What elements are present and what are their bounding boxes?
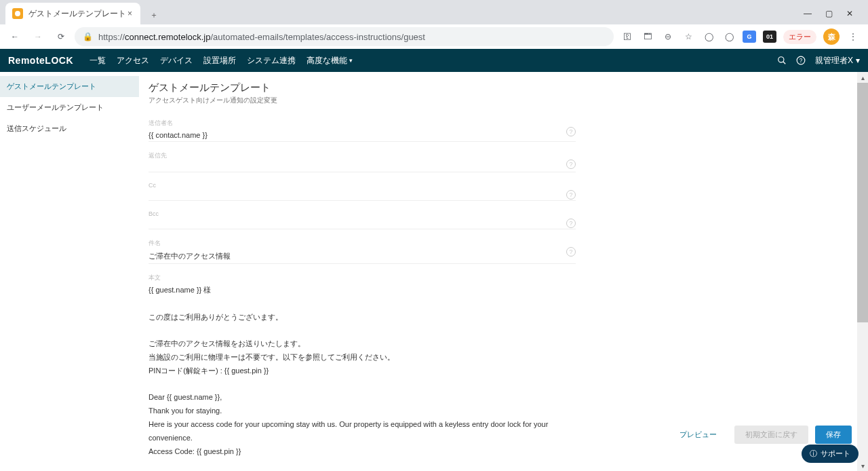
sidebar-item-schedule[interactable]: 送信スケジュール (0, 118, 139, 139)
main-nav: 一覧 アクセス デバイス 設置場所 システム連携 高度な機能▾ (84, 55, 358, 67)
field-replyto-label: 返信先 (149, 151, 576, 160)
chevron-down-icon: ▾ (856, 56, 860, 65)
field-body-input[interactable]: {{ guest.name }} 様 この度はご利用ありがとうございます。 ご滞… (149, 284, 576, 471)
page-subtitle: アクセスゲスト向けメール通知の設定変更 (149, 96, 841, 105)
translate-icon[interactable]: 🗔 (641, 30, 654, 43)
chrome-menu-icon[interactable]: ⋮ (846, 30, 860, 43)
window-close-icon[interactable]: ✕ (846, 9, 853, 18)
window-minimize-icon[interactable]: — (804, 9, 812, 18)
onetab-extension-icon[interactable]: 01 (763, 31, 776, 43)
google-translate-extension-icon[interactable]: G (743, 31, 756, 43)
user-menu[interactable]: 親管理者X▾ (815, 55, 860, 67)
field-replyto: 返信先 ? (149, 151, 576, 172)
new-tab-button[interactable]: ＋ (144, 5, 163, 24)
tab-favicon-icon (12, 8, 23, 19)
field-replyto-input[interactable] (149, 162, 576, 172)
field-from-input[interactable]: {{ contact.name }} (149, 129, 576, 142)
field-subject-input[interactable]: ご滞在中のアクセス情報 (149, 249, 576, 264)
field-bcc: Bcc ? (149, 210, 576, 229)
svg-text:?: ? (800, 58, 803, 64)
page-title: ゲストメールテンプレート (149, 81, 841, 94)
extension-icon-2[interactable]: ◯ (722, 30, 736, 43)
help-icon[interactable]: ? (566, 127, 576, 136)
svg-line-2 (783, 62, 786, 64)
help-icon[interactable]: ? (566, 219, 576, 228)
app-logo[interactable]: RemoteLOCK (8, 55, 73, 66)
back-button[interactable]: ← (5, 27, 24, 46)
nav-overview[interactable]: 一覧 (84, 55, 111, 67)
scrollbar-thumb[interactable] (857, 83, 868, 322)
lock-icon: 🔒 (83, 32, 93, 41)
svg-point-0 (15, 11, 20, 16)
profile-avatar[interactable]: 森 (823, 29, 840, 45)
browser-tab[interactable]: ゲストメールテンプレート × (5, 3, 140, 24)
field-body-label: 本文 (149, 274, 841, 282)
app-header: RemoteLOCK 一覧 アクセス デバイス 設置場所 システム連携 高度な機… (0, 49, 868, 72)
scroll-down-icon[interactable]: ▾ (857, 460, 868, 471)
help-icon[interactable]: ? (566, 159, 576, 169)
help-icon[interactable]: ? (796, 56, 806, 65)
field-bcc-label: Bcc (149, 210, 576, 217)
tab-bar: ゲストメールテンプレート × ＋ — ▢ ✕ (0, 0, 868, 24)
field-bcc-input[interactable] (149, 219, 576, 229)
sidebar-item-guest-template[interactable]: ゲストメールテンプレート (0, 76, 139, 97)
save-button[interactable]: 保存 (815, 426, 852, 444)
url-input[interactable]: 🔒 https://connect.remotelock.jp/automate… (75, 27, 614, 46)
field-cc-input[interactable] (149, 190, 576, 201)
tab-title: ゲストメールテンプレート (28, 8, 126, 20)
window-controls: — ▢ ✕ (794, 9, 863, 18)
field-from: 送信者名 {{ contact.name }} ? (149, 119, 576, 142)
field-subject-label: 件名 (149, 239, 576, 248)
reset-button: 初期文面に戻す (734, 426, 808, 444)
nav-integrations[interactable]: システム連携 (241, 55, 301, 67)
field-cc-label: Cc (149, 182, 576, 189)
sidebar: ゲストメールテンプレート ユーザーメールテンプレート 送信スケジュール (0, 72, 139, 471)
nav-advanced[interactable]: 高度な機能▾ (301, 55, 358, 67)
footer-actions: プレビュー 初期文面に戻す 保存 (669, 426, 852, 444)
search-icon[interactable] (777, 56, 787, 65)
browser-chrome: ゲストメールテンプレート × ＋ — ▢ ✕ ← → ⟳ 🔒 https://c… (0, 0, 868, 49)
address-bar: ← → ⟳ 🔒 https://connect.remotelock.jp/au… (0, 24, 868, 49)
reload-button[interactable]: ⟳ (52, 27, 71, 46)
main-content: ゲストメールテンプレート アクセスゲスト向けメール通知の設定変更 送信者名 {{… (139, 72, 868, 471)
nav-devices[interactable]: デバイス (155, 55, 198, 67)
chevron-down-icon: ▾ (349, 57, 353, 64)
support-fab[interactable]: ⓘ サポート (802, 445, 859, 463)
key-icon[interactable]: ⚿ (620, 30, 634, 43)
forward-button[interactable]: → (28, 27, 47, 46)
extension-icon[interactable]: ◯ (702, 30, 715, 43)
error-badge[interactable]: エラー (783, 30, 816, 44)
sidebar-item-user-template[interactable]: ユーザーメールテンプレート (0, 97, 139, 118)
scroll-up-icon[interactable]: ▴ (857, 72, 868, 83)
window-maximize-icon[interactable]: ▢ (825, 9, 833, 18)
help-icon[interactable]: ? (566, 190, 576, 200)
help-icon: ⓘ (810, 449, 817, 459)
preview-button[interactable]: プレビュー (669, 426, 728, 444)
scrollbar[interactable]: ▴ ▾ (857, 72, 868, 471)
field-subject: 件名 ご滞在中のアクセス情報 ? (149, 239, 576, 264)
help-icon[interactable]: ? (566, 247, 576, 257)
nav-access[interactable]: アクセス (111, 55, 155, 67)
bookmark-icon[interactable]: ☆ (682, 30, 695, 43)
svg-point-1 (778, 57, 784, 62)
zoom-icon[interactable]: ⊖ (661, 30, 675, 43)
field-from-label: 送信者名 (149, 119, 576, 128)
tab-close-icon[interactable]: × (126, 7, 134, 20)
nav-locations[interactable]: 設置場所 (198, 55, 241, 67)
field-cc: Cc ? (149, 182, 576, 201)
